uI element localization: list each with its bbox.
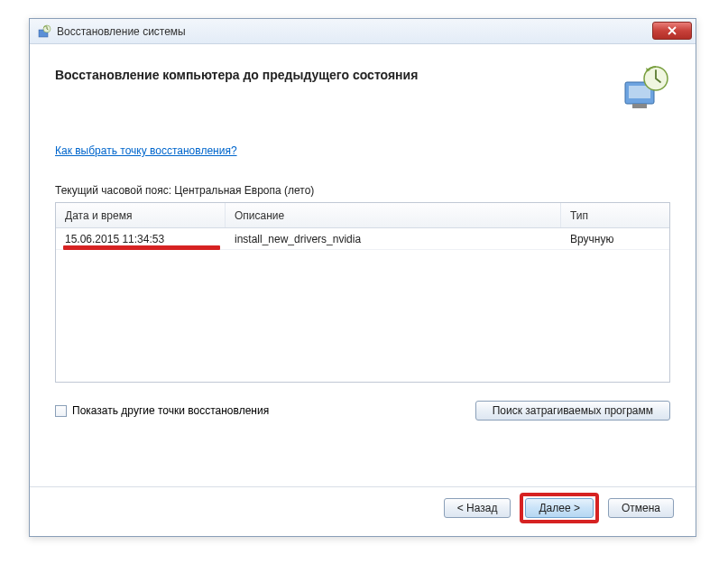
cell-description: install_new_drivers_nvidia xyxy=(226,233,561,245)
table-header: Дата и время Описание Тип xyxy=(56,203,669,228)
window-title: Восстановление системы xyxy=(57,25,186,38)
help-link[interactable]: Как выбрать точку восстановления? xyxy=(55,144,237,157)
table-row[interactable]: 15.06.2015 11:34:53 install_new_drivers_… xyxy=(56,228,669,250)
content-area: Восстановление компьютера до предыдущего… xyxy=(30,44,696,421)
annotation-underline xyxy=(63,245,220,250)
annotation-highlight-box: Далее > xyxy=(520,493,599,523)
cell-type: Вручную xyxy=(561,233,669,245)
wizard-footer: < Назад Далее > Отмена xyxy=(444,493,674,523)
footer-divider xyxy=(30,486,696,487)
scan-programs-button[interactable]: Поиск затрагиваемых программ xyxy=(475,401,670,421)
close-button[interactable] xyxy=(652,22,692,40)
close-icon xyxy=(668,26,677,35)
restore-points-table[interactable]: Дата и время Описание Тип 15.06.2015 11:… xyxy=(55,202,670,383)
cell-date: 15.06.2015 11:34:53 xyxy=(56,233,226,245)
show-more-label: Показать другие точки восстановления xyxy=(72,404,269,417)
titlebar: Восстановление системы xyxy=(30,19,696,44)
back-button[interactable]: < Назад xyxy=(444,498,511,518)
column-header-description[interactable]: Описание xyxy=(226,203,561,227)
timezone-label: Текущий часовой пояс: Центральная Европа… xyxy=(55,184,670,197)
column-header-date[interactable]: Дата и время xyxy=(56,203,226,227)
next-button[interactable]: Далее > xyxy=(525,498,594,518)
restore-small-icon xyxy=(37,24,51,39)
svg-rect-3 xyxy=(629,86,650,98)
restore-large-icon xyxy=(620,64,670,114)
system-restore-window: Восстановление системы Восстановление ко… xyxy=(29,18,696,537)
cancel-button[interactable]: Отмена xyxy=(608,498,674,518)
show-more-checkbox[interactable] xyxy=(55,405,67,417)
svg-rect-4 xyxy=(632,104,647,108)
page-title: Восстановление компьютера до предыдущего… xyxy=(55,64,418,82)
column-header-type[interactable]: Тип xyxy=(561,203,669,227)
